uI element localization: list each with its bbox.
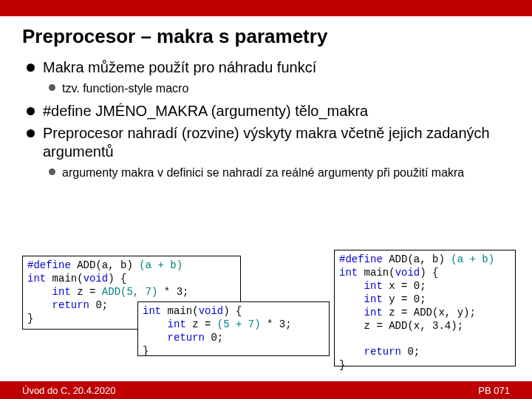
bullet-3: Preprocesor nahradí (rozvine) výskyty ma… <box>27 124 510 181</box>
code-token: int <box>27 286 71 298</box>
code-token: int <box>339 267 358 279</box>
code-token: void <box>199 305 224 317</box>
code-token: 0; <box>401 346 420 358</box>
slide-title: Preprocesor – makra s parametry <box>22 25 510 48</box>
code-token: ) { <box>223 305 242 317</box>
code-token: } <box>339 359 345 371</box>
code-token: return <box>27 299 89 311</box>
code-token: void <box>83 273 109 284</box>
code-token: return <box>143 332 205 344</box>
bullet-1-sub-1: tzv. function-style macro <box>49 81 510 97</box>
code-token: y = 0; <box>383 293 426 305</box>
slide-body: Preprocesor – makra s parametry Makra mů… <box>0 16 532 399</box>
code-token: } <box>143 345 149 357</box>
code-token: int <box>27 273 46 284</box>
code-token: ADD(a, b) <box>383 253 451 265</box>
code-token: return <box>339 346 401 358</box>
bullet-2: #define JMÉNO_MAKRA (argumenty) tělo_mak… <box>27 102 510 121</box>
bullet-list: Makra můžeme použít pro náhradu funkcí t… <box>22 58 510 181</box>
footer-left: Úvod do C, 20.4.2020 <box>22 385 115 396</box>
code-token: 0; <box>205 332 223 344</box>
code-token: int <box>339 307 383 318</box>
code-token: z = <box>71 286 102 298</box>
code-token: int <box>143 318 186 330</box>
code-token: ) { <box>108 273 126 284</box>
bullet-1: Makra můžeme použít pro náhradu funkcí t… <box>27 58 510 96</box>
code-token: void <box>395 267 420 279</box>
code-token: } <box>27 313 33 324</box>
code-token: main( <box>161 305 198 317</box>
code-token: (5 + 7) <box>217 318 261 330</box>
code-token: * 3; <box>261 318 292 330</box>
footer-bar: Úvod do C, 20.4.2020 PB 071 <box>0 381 532 399</box>
code-token: (a + b) <box>451 253 494 265</box>
bullet-1-text: Makra můžeme použít pro náhradu funkcí <box>43 59 316 75</box>
code-box-example: #define ADD(a, b) (a + b) int main(void)… <box>334 250 516 366</box>
code-token: main( <box>358 267 395 279</box>
code-token: int <box>339 280 383 292</box>
code-box-expanded: int main(void) { int z = (5 + 7) * 3; re… <box>137 301 330 356</box>
code-token: z = ADD(x, 3.4); <box>339 320 463 332</box>
code-token: 0; <box>89 299 108 311</box>
code-token: ADD(5, 7) <box>102 286 158 298</box>
code-token: z = ADD(x, y); <box>383 307 476 318</box>
code-token: ) { <box>420 267 438 279</box>
code-token: #define <box>339 253 383 265</box>
accent-bar <box>0 0 532 16</box>
code-token <box>339 332 345 344</box>
code-token: int <box>143 305 161 317</box>
code-token: (a + b) <box>139 259 183 271</box>
code-token: #define <box>27 259 71 271</box>
code-token: x = 0; <box>383 280 426 292</box>
code-token: int <box>339 293 383 305</box>
code-token: main( <box>46 273 83 284</box>
bullet-3-sub-1: argumenty makra v definici se nahradí za… <box>49 165 510 181</box>
footer-right: PB 071 <box>478 385 510 396</box>
bullet-3-text: Preprocesor nahradí (rozvine) výskyty ma… <box>43 125 490 160</box>
code-token: * 3; <box>157 286 188 298</box>
code-token: z = <box>186 318 217 330</box>
code-token: ADD(a, b) <box>71 259 139 271</box>
